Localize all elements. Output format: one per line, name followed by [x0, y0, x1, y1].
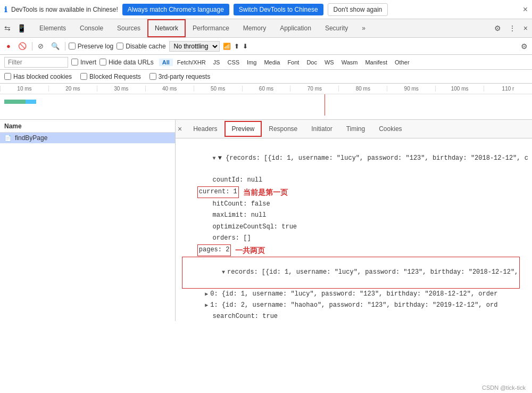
json-orders-line: orders: []	[182, 233, 526, 244]
timeline-green-bar	[4, 100, 26, 104]
tab-more[interactable]: »	[355, 19, 372, 37]
info-close-button[interactable]: ×	[523, 5, 528, 14]
toolbar-separator-2	[65, 42, 65, 51]
match-language-button[interactable]: Always match Chrome's language	[122, 4, 229, 15]
filter-type-other[interactable]: Other	[392, 59, 413, 66]
tick-70ms: 70 ms	[290, 86, 338, 92]
tick-50ms: 50 ms	[194, 86, 242, 92]
detail-tabs: × Headers Preview Response Initiator Tim…	[176, 120, 532, 138]
tab-bar: ⇆ 📱 Elements Console Sources Network Per…	[0, 19, 532, 38]
filter-type-wasm[interactable]: Wasm	[338, 59, 361, 66]
json-maxlimit-line: maxLimit: null	[182, 210, 526, 221]
tick-30ms: 30 ms	[97, 86, 145, 92]
hide-data-urls-label[interactable]: Hide data URLs	[99, 59, 154, 66]
record0-expand-icon[interactable]	[205, 289, 208, 299]
footer: CSDN @tick-tick	[476, 382, 532, 393]
filter-type-doc[interactable]: Doc	[303, 59, 320, 66]
search-button[interactable]: 🔍	[49, 41, 62, 51]
invert-checkbox[interactable]	[71, 59, 78, 66]
device-icon[interactable]: 📱	[15, 22, 28, 35]
request-item[interactable]: 📄 findByPage	[0, 133, 175, 143]
blocked-cookies-label[interactable]: Has blocked cookies	[4, 73, 72, 80]
json-optimize-line: optimizeCountSql: true	[182, 222, 526, 233]
tick-100ms: 100 ms	[435, 86, 484, 92]
detail-panel: × Headers Preview Response Initiator Tim…	[176, 120, 532, 321]
tab-application[interactable]: Application	[273, 19, 318, 37]
toolbar-separator	[32, 42, 32, 51]
settings-gear-icon[interactable]: ⚙	[492, 22, 503, 35]
tab-sources[interactable]: Sources	[110, 19, 147, 37]
record1-expand-icon[interactable]	[205, 300, 208, 310]
more-options-icon[interactable]: ⋮	[506, 22, 518, 35]
json-searchcount-line: searchCount: true	[182, 311, 526, 321]
filter-toggle-button[interactable]: ⊘	[36, 41, 46, 51]
download-icon: ⬇	[243, 43, 248, 50]
network-toolbar: ● 🚫 ⊘ 🔍 Preserve log Disable cache No th…	[0, 38, 532, 55]
filter-type-js[interactable]: JS	[210, 59, 223, 66]
close-devtools-icon[interactable]: ×	[521, 22, 530, 35]
clear-button[interactable]: 🚫	[16, 41, 29, 51]
json-record1-line: 1: {id: 2, username: "haohao", password:…	[182, 300, 526, 311]
timeline-vertical-line	[325, 94, 325, 116]
detail-close-icon[interactable]: ×	[178, 125, 182, 133]
tab-console[interactable]: Console	[73, 19, 110, 37]
filter-type-media[interactable]: Media	[261, 59, 283, 66]
filter-type-img[interactable]: Img	[244, 59, 260, 66]
tab-initiator[interactable]: Initiator	[304, 121, 339, 136]
tab-preview[interactable]: Preview	[225, 121, 262, 137]
root-expand-icon[interactable]	[213, 153, 216, 163]
blocked-requests-checkbox[interactable]	[80, 73, 87, 80]
tab-security[interactable]: Security	[318, 19, 355, 37]
filter-bar: Invert Hide data URLs All Fetch/XHR JS C…	[0, 55, 532, 70]
filter-type-css[interactable]: CSS	[224, 59, 243, 66]
tab-performance[interactable]: Performance	[186, 19, 236, 37]
hide-data-urls-checkbox[interactable]	[99, 59, 106, 66]
tab-response[interactable]: Response	[262, 121, 304, 136]
tab-headers[interactable]: Headers	[186, 121, 224, 136]
tick-90ms: 90 ms	[387, 86, 435, 92]
filter-type-manifest[interactable]: Manifest	[362, 59, 390, 66]
network-settings-icon[interactable]: ⚙	[521, 42, 528, 51]
filter-type-font[interactable]: Font	[284, 59, 302, 66]
invert-label[interactable]: Invert	[71, 59, 96, 66]
throttle-select[interactable]: No throttling	[169, 41, 220, 52]
request-name-text: findByPage	[15, 134, 47, 142]
tick-80ms: 80 ms	[338, 86, 387, 92]
third-party-label[interactable]: 3rd-party requests	[149, 73, 210, 80]
disable-cache-checkbox[interactable]	[117, 43, 123, 50]
tab-timing[interactable]: Timing	[339, 121, 372, 136]
blocked-cookies-checkbox[interactable]	[4, 73, 11, 80]
timeline: 10 ms 20 ms 30 ms 40 ms 50 ms 60 ms 70 m…	[0, 84, 532, 120]
filter-type-fetch[interactable]: Fetch/XHR	[174, 59, 209, 66]
request-panel: Name 📄 findByPage	[0, 120, 176, 321]
main-area: Name 📄 findByPage × Headers Preview Resp…	[0, 120, 532, 321]
record-button[interactable]: ●	[4, 41, 13, 51]
tick-20ms: 20 ms	[48, 86, 97, 92]
tab-cookies[interactable]: Cookies	[372, 121, 409, 136]
request-list-header: Name	[0, 120, 175, 133]
info-bar: ℹ DevTools is now available in Chinese! …	[0, 0, 532, 19]
tab-nav-icons: ⇆ 📱	[2, 22, 28, 35]
json-current-line: current: 1 当前是第一页	[182, 186, 526, 199]
switch-devtools-button[interactable]: Switch DevTools to Chinese	[234, 4, 323, 15]
tab-network[interactable]: Network	[147, 19, 186, 37]
back-forward-icon[interactable]: ⇆	[2, 22, 13, 35]
filter-type-all[interactable]: All	[159, 59, 173, 66]
tab-elements[interactable]: Elements	[32, 19, 73, 37]
tick-110ms: 110 r	[484, 86, 532, 92]
filter-input[interactable]	[4, 57, 68, 68]
filter-type-ws[interactable]: WS	[321, 59, 337, 66]
third-party-checkbox[interactable]	[149, 73, 156, 80]
preserve-log-label[interactable]: Preserve log	[69, 43, 113, 50]
json-preview: ▼ {records: [{id: 1, username: "lucy", p…	[176, 138, 532, 321]
wifi-icon: 📶	[223, 43, 231, 50]
preserve-log-checkbox[interactable]	[69, 43, 76, 50]
records-expand-icon[interactable]	[222, 267, 225, 277]
disable-cache-label[interactable]: Disable cache	[117, 43, 165, 50]
blocked-requests-label[interactable]: Blocked Requests	[80, 73, 141, 80]
dont-show-button[interactable]: Don't show again	[328, 3, 388, 16]
tab-memory[interactable]: Memory	[236, 19, 273, 37]
checks-row: Has blocked cookies Blocked Requests 3rd…	[0, 70, 532, 84]
tick-60ms: 60 ms	[242, 86, 290, 92]
json-records-expand-line: records: [{id: 1, username: "lucy", pass…	[182, 257, 520, 289]
